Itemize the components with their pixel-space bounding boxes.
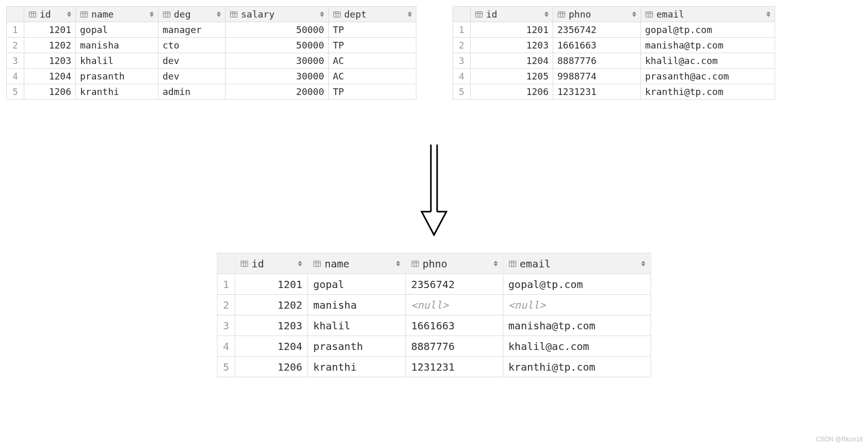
sort-icon[interactable] <box>150 11 154 17</box>
cell-email[interactable]: <null> <box>503 295 651 315</box>
table-row[interactable]: 21202manisha<null><null> <box>217 295 651 315</box>
table-row[interactable]: 212031661663manisha@tp.com <box>453 38 775 53</box>
cell-deg[interactable]: admin <box>158 84 226 100</box>
cell-deg[interactable]: cto <box>158 38 226 53</box>
cell-salary[interactable]: 30000 <box>226 69 329 84</box>
cell-id[interactable]: 1201 <box>235 274 308 295</box>
cell-email[interactable]: khalil@ac.com <box>641 53 775 69</box>
column-header-dept[interactable]: dept <box>329 7 416 22</box>
cell-email[interactable]: manisha@tp.com <box>641 38 775 53</box>
cell-name[interactable]: manisha <box>308 295 406 315</box>
cell-phno[interactable]: 2356742 <box>553 22 641 38</box>
column-header-id[interactable]: id <box>471 7 553 22</box>
column-header-phno[interactable]: phno <box>553 7 641 22</box>
cell-email[interactable]: gopal@tp.com <box>503 274 651 295</box>
sort-icon[interactable] <box>396 261 400 266</box>
cell-deg[interactable]: manager <box>158 22 226 38</box>
cell-name[interactable]: kranthi <box>76 84 158 100</box>
cell-id[interactable]: 1202 <box>24 38 76 53</box>
cell-id[interactable]: 1205 <box>471 69 553 84</box>
sort-icon[interactable] <box>632 11 636 17</box>
cell-salary[interactable]: 50000 <box>226 38 329 53</box>
sort-icon[interactable] <box>298 261 302 266</box>
column-header-email[interactable]: email <box>641 7 775 22</box>
cell-id[interactable]: 1201 <box>471 22 553 38</box>
column-header-phno[interactable]: phno <box>406 253 503 274</box>
cell-email[interactable]: kranthi@tp.com <box>641 84 775 100</box>
table-row[interactable]: 21202manishacto50000TP <box>7 38 416 53</box>
sort-icon[interactable] <box>493 261 497 266</box>
cell-id[interactable]: 1204 <box>235 336 308 357</box>
cell-id[interactable]: 1206 <box>471 84 553 100</box>
cell-id[interactable]: 1201 <box>24 22 76 38</box>
table-row[interactable]: 41204prasanthdev30000AC <box>7 69 416 84</box>
cell-email[interactable]: khalil@ac.com <box>503 336 651 357</box>
column-header-id[interactable]: id <box>24 7 76 22</box>
cell-name[interactable]: gopal <box>308 274 406 295</box>
cell-id[interactable]: 1203 <box>24 53 76 69</box>
cell-id[interactable]: 1202 <box>235 295 308 315</box>
sort-icon[interactable] <box>641 261 646 266</box>
cell-name[interactable]: kranthi <box>308 357 406 377</box>
column-header-id[interactable]: id <box>235 253 308 274</box>
cell-phno[interactable]: 8887776 <box>553 53 641 69</box>
cell-id[interactable]: 1204 <box>471 53 553 69</box>
cell-deg[interactable]: dev <box>158 53 226 69</box>
cell-dept[interactable]: TP <box>329 38 416 53</box>
table-row[interactable]: 31203khalil1661663manisha@tp.com <box>217 315 651 336</box>
column-header-name[interactable]: name <box>308 253 406 274</box>
sort-icon[interactable] <box>67 11 71 17</box>
cell-name[interactable]: gopal <box>76 22 158 38</box>
cell-phno[interactable]: 1661663 <box>553 38 641 53</box>
cell-name[interactable]: manisha <box>76 38 158 53</box>
cell-phno[interactable]: 1231231 <box>553 84 641 100</box>
cell-email[interactable]: kranthi@tp.com <box>503 357 651 377</box>
cell-phno[interactable]: <null> <box>406 295 503 315</box>
cell-dept[interactable]: AC <box>329 69 416 84</box>
cell-name[interactable]: khalil <box>308 315 406 336</box>
cell-id[interactable]: 1203 <box>235 315 308 336</box>
cell-name[interactable]: prasanth <box>308 336 406 357</box>
cell-id[interactable]: 1203 <box>471 38 553 53</box>
table-row[interactable]: 41204prasanth8887776khalil@ac.com <box>217 336 651 357</box>
cell-email[interactable]: gopal@tp.com <box>641 22 775 38</box>
sort-icon[interactable] <box>544 11 549 17</box>
table-row[interactable]: 312048887776khalil@ac.com <box>453 53 775 69</box>
table-row[interactable]: 51206kranthiadmin20000TP <box>7 84 416 100</box>
table-row[interactable]: 11201gopal2356742gopal@tp.com <box>217 274 651 295</box>
cell-dept[interactable]: TP <box>329 22 416 38</box>
row-number: 4 <box>7 69 24 84</box>
cell-salary[interactable]: 50000 <box>226 22 329 38</box>
table-row[interactable]: 412059988774prasanth@ac.com <box>453 69 775 84</box>
column-header-deg[interactable]: deg <box>158 7 226 22</box>
sort-icon[interactable] <box>766 11 770 17</box>
cell-name[interactable]: khalil <box>76 53 158 69</box>
cell-deg[interactable]: dev <box>158 69 226 84</box>
table-row[interactable]: 51206kranthi1231231kranthi@tp.com <box>217 357 651 377</box>
cell-phno[interactable]: 1231231 <box>406 357 503 377</box>
cell-phno[interactable]: 8887776 <box>406 336 503 357</box>
cell-id[interactable]: 1206 <box>235 357 308 377</box>
table-row[interactable]: 31203khalildev30000AC <box>7 53 416 69</box>
cell-salary[interactable]: 20000 <box>226 84 329 100</box>
table-row[interactable]: 112012356742gopal@tp.com <box>453 22 775 38</box>
column-header-email[interactable]: email <box>503 253 651 274</box>
cell-email[interactable]: prasanth@ac.com <box>641 69 775 84</box>
cell-phno[interactable]: 2356742 <box>406 274 503 295</box>
cell-salary[interactable]: 30000 <box>226 53 329 69</box>
sort-icon[interactable] <box>408 11 412 17</box>
cell-dept[interactable]: AC <box>329 53 416 69</box>
cell-dept[interactable]: TP <box>329 84 416 100</box>
table-row[interactable]: 512061231231kranthi@tp.com <box>453 84 775 100</box>
table-row[interactable]: 11201gopalmanager50000TP <box>7 22 416 38</box>
cell-phno[interactable]: 9988774 <box>553 69 641 84</box>
cell-email[interactable]: manisha@tp.com <box>503 315 651 336</box>
column-header-name[interactable]: name <box>76 7 158 22</box>
cell-id[interactable]: 1204 <box>24 69 76 84</box>
sort-icon[interactable] <box>320 11 324 17</box>
sort-icon[interactable] <box>217 11 221 17</box>
cell-phno[interactable]: 1661663 <box>406 315 503 336</box>
cell-id[interactable]: 1206 <box>24 84 76 100</box>
cell-name[interactable]: prasanth <box>76 69 158 84</box>
column-header-salary[interactable]: salary <box>226 7 329 22</box>
